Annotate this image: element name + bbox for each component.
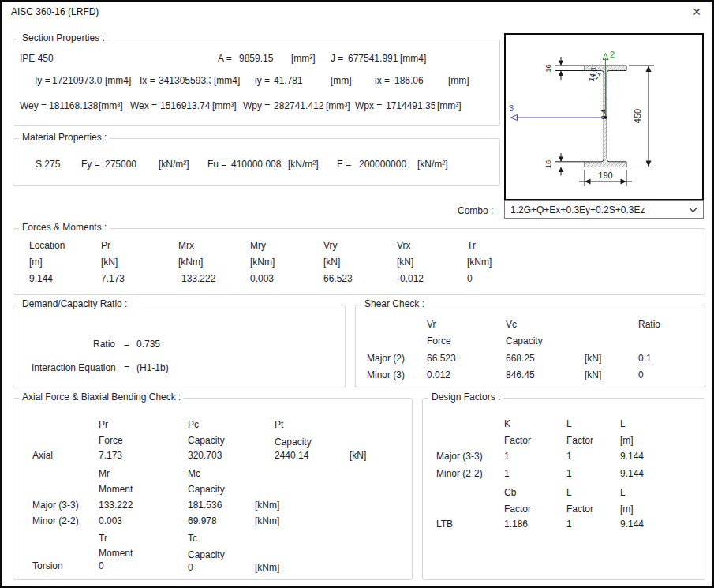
forces-header: Vry <box>323 240 338 251</box>
fy-label: Fy = <box>81 159 100 170</box>
e-value: 200000000 <box>359 159 406 170</box>
bottom-flange-dim-text: 16 <box>544 160 552 169</box>
pt-subheader: Capacity <box>275 436 312 448</box>
forces-value: 0.003 <box>250 273 274 284</box>
combo-selected-value: 1.2G+Q+Ex+0.3Ey+0.2S+0.3Ez <box>510 204 689 215</box>
forces-value: -133.222 <box>178 273 215 284</box>
forces-unit: [kNm] <box>250 257 275 268</box>
iy-unit: [mm4] <box>105 75 131 86</box>
material-properties-title: Material Properties : <box>19 132 110 143</box>
axial-tension-capacity-value: 2440.14 <box>275 450 308 461</box>
combo-dropdown[interactable]: 1.2G+Q+Ex+0.3Ey+0.2S+0.3Ez <box>504 200 704 219</box>
fu-label: Fu = <box>207 159 226 170</box>
l-length-subheader: [m] <box>620 435 634 446</box>
forces-unit: [kNm] <box>467 257 492 268</box>
design-factors-title: Design Factors : <box>428 391 503 403</box>
section-properties-group: Section Properties : IPE 450 A = 9859.15… <box>13 39 500 126</box>
close-icon[interactable]: ✕ <box>690 5 704 19</box>
area-label: A = <box>218 53 232 64</box>
ltb-l-factor-subheader: Factor <box>566 504 593 515</box>
wpy-label: Wpy = <box>243 100 270 111</box>
forces-unit: [kN] <box>397 257 413 268</box>
forces-header: Pr <box>101 240 110 251</box>
shear-row-name: Minor (3) <box>367 369 405 380</box>
shear-row-ratio: 0.1 <box>638 353 652 364</box>
cb-factor-header: Cb <box>504 487 516 498</box>
forces-value: 7.173 <box>101 273 125 284</box>
material-grade: S 275 <box>36 159 60 170</box>
fu-unit: [kN/m²] <box>288 159 319 170</box>
ix-unit: [mm4] <box>214 75 240 86</box>
torsion-capacity-value: 0 <box>188 562 193 573</box>
shear-check-title: Shear Check : <box>361 298 428 309</box>
axial-row-name: Axial <box>32 450 53 461</box>
tc-subheader: Capacity <box>188 549 225 560</box>
rx-value: 186.06 <box>394 75 424 86</box>
interaction-equation-equals: = <box>124 362 129 373</box>
area-value: 9859.15 <box>239 53 273 64</box>
area-unit: [mm²] <box>291 53 316 64</box>
iy-value: 17210973.08 <box>52 75 102 87</box>
pr-header: Pr <box>99 419 108 430</box>
forces-unit: [kN] <box>101 257 118 268</box>
fu-value: 410000.008 <box>231 159 281 170</box>
centroid-marker <box>604 116 607 119</box>
section-diagram-frame: 450 190 16 <box>504 33 704 200</box>
shear-col-capacity: Vc <box>506 319 517 330</box>
interaction-equation-value: (H1-1b) <box>136 362 169 373</box>
forces-header: Vrx <box>397 240 411 251</box>
major-moment-capacity: 181.536 <box>188 500 222 511</box>
axial-bending-group: Axial Force & Biaxial Bending Check : Pr… <box>13 398 413 580</box>
design-length-value: 9.144 <box>620 468 644 479</box>
design-length-value: 9.144 <box>620 451 644 462</box>
depth-dim-text: 450 <box>633 109 642 123</box>
ltb-cb-value: 1.186 <box>504 519 528 530</box>
forces-value: 66.523 <box>323 273 353 284</box>
ry-unit: [mm] <box>331 75 352 86</box>
major-moment-row-name: Major (3-3) <box>32 500 79 511</box>
shear-row-unit: [kN] <box>585 369 601 380</box>
cb-factor-subheader: Factor <box>504 504 531 515</box>
wpy-unit: [mm³] <box>326 100 350 111</box>
major-moment-unit: [kNm] <box>255 500 279 511</box>
rx-unit: [mm] <box>448 75 469 86</box>
tr-subheader: Moment <box>99 548 133 559</box>
forces-header: Mry <box>250 240 266 251</box>
wey-unit: [mm³] <box>99 100 123 111</box>
axial-unit: [kN] <box>350 450 366 461</box>
design-k-value: 1 <box>504 451 510 462</box>
forces-moments-group: Forces & Moments : Location Pr Mrx Mry V… <box>13 228 705 295</box>
ltb-l-factor-header: L <box>566 487 572 498</box>
l-length-header: L <box>620 418 626 429</box>
pc-subheader: Capacity <box>188 435 225 446</box>
forces-unit: [m] <box>29 257 43 268</box>
wpx-label: Wpx = <box>355 100 382 111</box>
minor-moment-capacity: 69.978 <box>188 515 217 526</box>
e-label: E = <box>337 159 351 170</box>
shear-row-unit: [kN] <box>585 353 601 364</box>
width-dim-text: 190 <box>598 170 612 180</box>
shear-row-ratio: 0 <box>638 369 644 380</box>
torsion-unit: [kNm] <box>255 562 279 573</box>
shear-col-force-sub: Force <box>427 335 451 346</box>
ry-label: iy = <box>255 75 270 86</box>
shear-row-name: Major (2) <box>367 353 405 364</box>
j-label: J = <box>331 53 343 64</box>
forces-header: Tr <box>467 240 476 251</box>
mc-header: Mc <box>188 468 200 479</box>
minor-moment-unit: [kNm] <box>255 515 279 526</box>
title-bar: AISC 360-16 (LRFD) ✕ <box>2 2 712 22</box>
section-name: IPE 450 <box>20 53 54 64</box>
iy-label: Iy = <box>35 75 50 86</box>
shear-row-capacity: 668.25 <box>506 353 535 364</box>
ltb-length-value: 9.144 <box>620 519 644 530</box>
wpy-value: 282741.412 <box>274 100 323 111</box>
design-row-name: Minor (2-2) <box>436 468 483 479</box>
window-title: AISC 360-16 (LRFD) <box>11 6 99 17</box>
j-unit: [mm4] <box>400 53 426 64</box>
j-value: 677541.991 <box>348 53 398 64</box>
material-properties-group: Material Properties : S 275 Fy = 275000 … <box>13 138 500 186</box>
shear-row-capacity: 846.45 <box>506 369 535 380</box>
ratio-value: 0.735 <box>136 339 160 350</box>
minor-moment-row-name: Minor (2-2) <box>32 515 79 526</box>
